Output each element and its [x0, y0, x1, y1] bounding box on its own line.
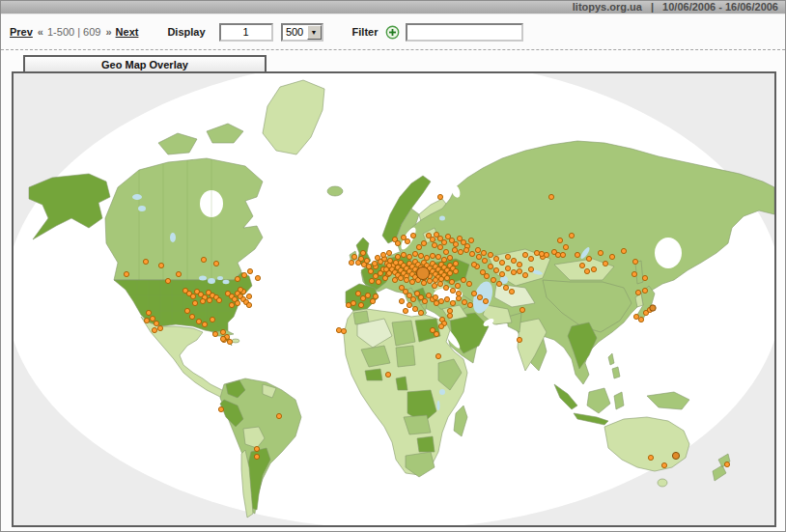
visitor-dot: [471, 291, 476, 295]
visitor-dot: [469, 251, 474, 256]
visitor-dot: [144, 318, 149, 322]
visitor-dot: [210, 317, 214, 322]
landmass-zimbabwe: [417, 436, 435, 452]
visitor-dot: [165, 278, 170, 283]
visitor-dot: [143, 259, 148, 264]
visitor-dot: [386, 250, 391, 255]
visitor-dot: [426, 293, 431, 297]
visitor-dot: [447, 270, 452, 275]
visitor-dot: [417, 267, 430, 280]
visitor-dot: [449, 238, 454, 242]
prev-arrows-icon: «: [38, 26, 42, 38]
visitor-dot: [456, 291, 461, 295]
visitor-dot: [207, 297, 211, 302]
visitor-dot: [466, 281, 471, 286]
visitor-dot: [598, 250, 603, 255]
visitor-dot: [189, 314, 194, 319]
visitor-dot: [158, 263, 163, 267]
visitor-dot: [434, 232, 438, 237]
date-range: 10/06/2006 - 16/06/2006: [662, 1, 778, 13]
lake-ladoga: [439, 216, 445, 221]
visitor-dot: [539, 251, 544, 256]
visitor-dot: [150, 316, 154, 321]
visitor-dot: [433, 294, 437, 299]
visitor-dot: [393, 260, 398, 265]
visitor-dot: [238, 287, 242, 292]
visitor-dot: [246, 294, 251, 298]
visitor-dot: [519, 307, 524, 312]
visitor-dot: [591, 266, 596, 271]
visitor-dot: [418, 310, 423, 315]
landmass-west-africa: [365, 369, 382, 380]
landmass-chad: [396, 346, 415, 367]
visitor-dot: [246, 302, 251, 307]
visitor-dot: [202, 322, 207, 326]
visitor-dot: [457, 236, 462, 240]
panel-tab-geo-map-overlay: Geo Map Overlay: [23, 55, 267, 73]
visitor-dot: [453, 241, 458, 246]
visitor-dot: [447, 308, 452, 313]
next-link[interactable]: Next: [116, 26, 139, 38]
visitor-dot: [421, 280, 426, 285]
visitor-dot: [462, 299, 466, 304]
visitor-dot: [563, 244, 568, 249]
visitor-dot: [724, 462, 729, 466]
visitor-dot: [528, 266, 533, 271]
visitor-dot: [635, 290, 640, 294]
visitor-dot: [528, 256, 533, 261]
visitor-dot: [399, 298, 404, 303]
visitor-dot: [216, 297, 221, 302]
visitor-dot: [438, 323, 443, 328]
visitor-dot: [213, 261, 218, 266]
visitor-dot: [373, 294, 378, 298]
visitor-dot: [410, 233, 415, 238]
visitor-dot: [471, 262, 476, 266]
visitor-dot: [468, 238, 473, 242]
visitor-dot: [403, 289, 407, 294]
visitor-dot: [461, 239, 465, 244]
lake-tanganyika: [437, 401, 440, 410]
visitor-dot: [192, 300, 197, 305]
visitor-dot: [432, 242, 436, 247]
visitor-dot: [555, 252, 560, 257]
visitor-dot: [235, 300, 239, 305]
visitor-dot: [447, 313, 452, 318]
visitor-dot: [200, 298, 205, 303]
site-hostname: litopys.org.ua: [573, 1, 642, 13]
visitor-dot: [499, 271, 504, 276]
visitor-dot: [522, 272, 527, 277]
visitor-dot: [416, 244, 421, 249]
display-label: Display: [167, 26, 205, 38]
visitor-dot: [434, 300, 438, 305]
visitor-dot: [373, 273, 378, 278]
geo-map-panel: [12, 71, 776, 527]
visitor-dot: [441, 257, 446, 262]
visitor-dot: [522, 252, 527, 257]
visitor-dot: [422, 298, 427, 303]
visitor-dot: [351, 300, 355, 305]
filter-input[interactable]: [406, 23, 523, 42]
visitor-dot: [493, 256, 498, 261]
visitor-dot: [184, 308, 189, 313]
visitor-dot: [648, 455, 653, 460]
visitor-dot: [376, 279, 380, 284]
visitor-dot: [433, 277, 437, 282]
display-start-input[interactable]: [219, 23, 273, 42]
visitor-dot: [385, 372, 390, 377]
visitor-dot: [426, 233, 431, 238]
filter-add-button[interactable]: [385, 25, 400, 40]
visitor-dot: [247, 268, 252, 273]
visitor-dot: [444, 275, 449, 280]
display-count-select[interactable]: 500 ▼: [281, 23, 323, 42]
prev-link[interactable]: Prev: [10, 26, 33, 38]
visitor-dot: [229, 302, 234, 307]
visitor-dot: [505, 254, 510, 259]
visitor-dot: [475, 247, 480, 252]
visitor-dot: [383, 266, 388, 271]
visitor-dot: [517, 262, 521, 266]
visitor-dot: [456, 295, 461, 300]
visitor-dot: [430, 237, 435, 241]
visitor-dot: [509, 289, 514, 294]
sea-of-okhotsk: [655, 238, 682, 268]
visitor-dot: [212, 331, 217, 336]
